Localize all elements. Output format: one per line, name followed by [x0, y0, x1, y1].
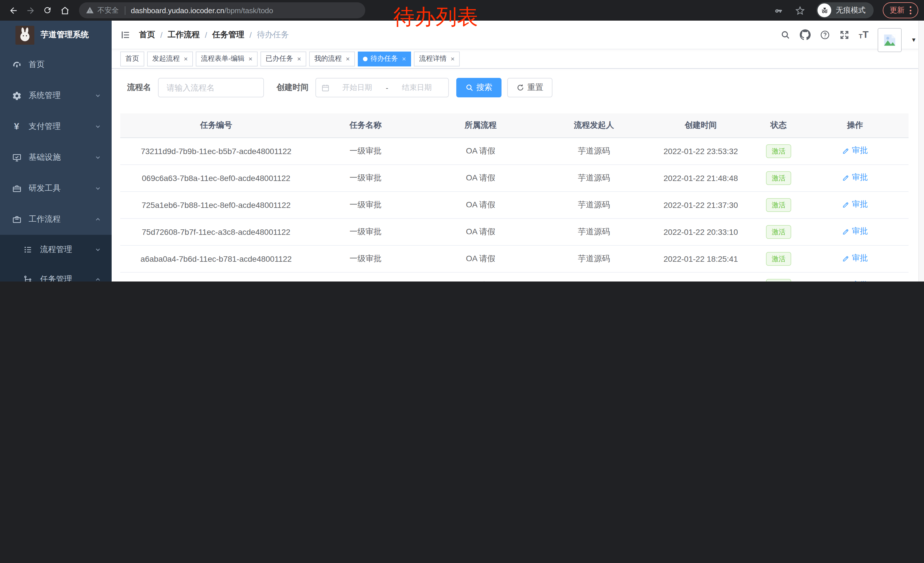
address-bar[interactable]: 不安全 dashboard.yudao.iocoder.cn/bpm/task/… [79, 2, 365, 18]
approve-link[interactable]: 审批 [842, 146, 868, 156]
more-vertical-icon [910, 6, 911, 14]
task-id: 75d72608-7b7f-11ec-a3c8-acde48001122 [120, 218, 312, 245]
tree-icon [23, 275, 33, 281]
close-icon[interactable]: × [346, 55, 350, 62]
created-time: 2022-01-22 21:48:48 [646, 164, 756, 191]
tab-5[interactable]: 待办任务× [358, 51, 411, 66]
process-starter: 芋道源码 [542, 164, 646, 191]
filter-form: 流程名 创建时间 开始日期 - 结束日期 搜索 [127, 78, 915, 98]
task-name: 一级审批 [312, 191, 419, 218]
sidebar-toggle-icon[interactable] [120, 30, 130, 40]
task-name: 一级审批 [312, 137, 419, 164]
breadcrumb: 首页 / 工作流程 / 任务管理 / 待办任务 [139, 30, 289, 40]
screen: 不安全 dashboard.yudao.iocoder.cn/bpm/task/… [0, 0, 924, 281]
chevron-down-icon [94, 92, 101, 99]
task-id: 8f0d1619-7ac8-11ec-a9e2-a2380e71991a [120, 272, 312, 281]
table-row: 73211d9d-7b9b-11ec-b5b7-acde48001122一级审批… [120, 137, 909, 164]
task-id: 725a1eb6-7b88-11ec-8ef0-acde48001122 [120, 191, 312, 218]
process-name-input[interactable] [158, 78, 264, 98]
gear-icon [12, 91, 22, 101]
sidebar-item-task-mgmt[interactable]: 任务管理 [0, 264, 112, 281]
task-name: 1.2 [312, 272, 419, 281]
incognito-label: 无痕模式 [836, 5, 866, 15]
flow-list-icon [23, 245, 33, 254]
sidebar-item-system[interactable]: 系统管理 [0, 80, 112, 111]
status-badge: 激活 [766, 225, 791, 239]
font-size-icon[interactable]: TT [859, 30, 868, 39]
tab-3[interactable]: 已办任务× [261, 51, 306, 66]
key-icon[interactable] [774, 6, 784, 15]
breadcrumb-home[interactable]: 首页 [139, 30, 155, 40]
tab-label: 待办任务 [370, 54, 398, 63]
search-button[interactable]: 搜索 [456, 78, 501, 98]
end-date-placeholder: 结束日期 [390, 83, 443, 93]
chevron-up-icon [94, 216, 101, 223]
tab-1[interactable]: 发起流程× [147, 51, 193, 66]
close-icon[interactable]: × [297, 55, 301, 62]
close-icon[interactable]: × [184, 55, 188, 62]
github-icon[interactable] [800, 29, 811, 40]
sidebar-item-workflow[interactable]: 工作流程 [0, 204, 112, 235]
tab-6[interactable]: 流程详情× [414, 51, 460, 66]
tab-4[interactable]: 我的流程× [309, 51, 355, 66]
tab-0[interactable]: 首页 [120, 51, 144, 66]
sidebar-item-home[interactable]: 首页 [0, 49, 112, 80]
forward-icon[interactable] [23, 3, 38, 18]
status-badge: 激活 [766, 171, 791, 185]
fullscreen-icon[interactable] [839, 30, 850, 40]
star-icon[interactable] [795, 6, 805, 15]
divider [124, 6, 125, 15]
approve-link[interactable]: 审批 [842, 200, 868, 210]
avatar[interactable] [878, 28, 902, 52]
approve-link[interactable]: 审批 [842, 254, 868, 264]
reset-button[interactable]: 重置 [507, 78, 552, 98]
tab-label: 流程详情 [419, 54, 447, 63]
security-label: 不安全 [98, 6, 119, 15]
process-name: OA 请假 [419, 191, 542, 218]
sidebar-item-process-mgmt[interactable]: 流程管理 [0, 235, 112, 264]
sidebar-item-devtools[interactable]: 研发工具 [0, 173, 112, 204]
process-name: OA 请假 [419, 245, 542, 272]
browser-update-menu[interactable]: 更新 [883, 2, 918, 18]
breadcrumb-task-mgmt[interactable]: 任务管理 [212, 30, 244, 40]
table-header-row: 任务编号 任务名称 所属流程 流程发起人 创建时间 状态 操作 [120, 113, 909, 137]
approve-link[interactable]: 审批 [842, 227, 868, 237]
status-badge: 激活 [766, 252, 791, 266]
reload-icon[interactable] [40, 3, 55, 18]
chevron-down-icon[interactable]: ▼ [911, 37, 916, 43]
chevron-up-icon [94, 276, 101, 281]
tab-2[interactable]: 流程表单-编辑× [196, 51, 258, 66]
breadcrumb-workflow[interactable]: 工作流程 [168, 30, 200, 40]
approve-link[interactable]: 审批 [842, 173, 868, 183]
task-id: 069c6a63-7b8a-11ec-8ef0-acde48001122 [120, 164, 312, 191]
close-icon[interactable]: × [402, 55, 406, 62]
app-logo[interactable]: 芋道管理系统 [0, 21, 112, 49]
close-icon[interactable]: × [249, 55, 252, 62]
created-time: 2022-01-21 22:43:55 [646, 272, 756, 281]
url-path: /bpm/task/todo [224, 6, 273, 15]
process-name: 测试多审批人 [419, 272, 542, 281]
scrollbar[interactable] [918, 21, 924, 281]
process-starter: 芋道源码 [542, 137, 646, 164]
search-icon[interactable] [780, 30, 790, 40]
sidebar-item-infra[interactable]: 基础设施 [0, 142, 112, 173]
help-icon[interactable] [820, 30, 830, 40]
yen-icon: ¥ [12, 122, 22, 132]
monitor-icon [12, 153, 22, 162]
active-tab-dot [363, 56, 368, 61]
col-task-id: 任务编号 [120, 113, 312, 137]
process-starter: 芋道源码 [542, 245, 646, 272]
close-icon[interactable]: × [450, 55, 454, 62]
page-annotation: 待办列表 [393, 3, 478, 32]
status-badge: 激活 [766, 279, 791, 281]
toolbox-icon [12, 183, 22, 193]
tab-label: 已办任务 [266, 54, 293, 63]
navbar-actions: TT ▼ [780, 23, 916, 47]
date-range-input[interactable]: 开始日期 - 结束日期 [315, 78, 449, 98]
home-icon[interactable] [57, 3, 72, 18]
back-icon[interactable] [6, 3, 21, 18]
col-task-name: 任务名称 [312, 113, 419, 137]
top-navbar: 首页 / 工作流程 / 任务管理 / 待办任务 [112, 21, 924, 49]
approve-link[interactable]: 审批 [842, 280, 868, 282]
sidebar-item-payment[interactable]: ¥ 支付管理 [0, 111, 112, 142]
